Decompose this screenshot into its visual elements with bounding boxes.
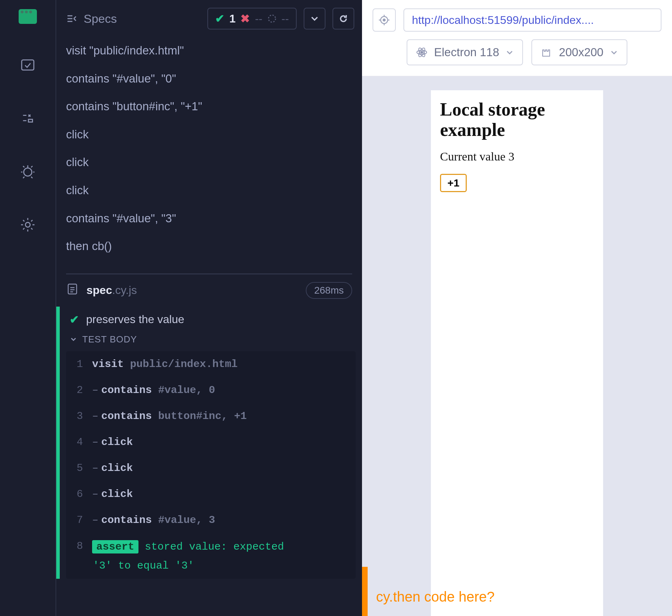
app-value-label: Current value 3 (440, 150, 594, 163)
spec-title-text: Specs (84, 12, 117, 26)
pending-count: -- (282, 12, 289, 25)
nav-runs-icon[interactable] (19, 109, 37, 127)
log-row-assert[interactable]: 8 assert stored value: expected '3' to e… (66, 533, 356, 579)
increment-button[interactable]: +1 (440, 174, 467, 192)
line-number: 6 (74, 488, 83, 500)
svg-rect-0 (22, 60, 34, 70)
pass-count: 1 (230, 12, 236, 25)
svg-point-7 (383, 19, 385, 21)
summary-line: click (66, 183, 352, 197)
spec-file-row[interactable]: spec.cy.js 268ms (56, 274, 362, 307)
chevron-down-icon (505, 48, 514, 57)
command-log: 1 visitpublic/index.html 2 –contains#val… (66, 351, 356, 579)
url-text: http://localhost:51599/public/index.... (412, 14, 594, 27)
browser-select[interactable]: Electron 118 (407, 39, 523, 65)
log-row[interactable]: 3 –containsbutton#inc, +1 (66, 403, 356, 429)
summary-line: contains "#value", "0" (66, 72, 352, 86)
reload-button[interactable] (332, 8, 354, 30)
aut-viewport: Local storage example Current value 3 +1 (362, 76, 672, 616)
spec-filename: spec.cy.js (86, 284, 137, 297)
spec-header: Specs ✔ 1 ✖ -- -- (56, 0, 362, 37)
app-frame: Local storage example Current value 3 +1 (431, 90, 603, 616)
test-title-row[interactable]: ✔ preserves the value (60, 307, 362, 333)
assert-message: stored value: expected (145, 541, 284, 553)
test-body-label-text: TEST BODY (82, 334, 137, 345)
url-display[interactable]: http://localhost:51599/public/index.... (403, 8, 661, 32)
pending-icon (267, 14, 277, 23)
test-stats: ✔ 1 ✖ -- -- (207, 8, 297, 30)
spec-duration: 268ms (306, 282, 352, 299)
log-row[interactable]: 7 –contains#value, 3 (66, 507, 356, 533)
viewport-label: 200x200 (559, 46, 603, 59)
cypress-logo-icon (19, 9, 37, 24)
nav-debug-icon[interactable] (19, 162, 37, 181)
chevron-down-icon (610, 48, 618, 57)
assert-pill: assert (92, 540, 138, 553)
annotation-text: cy.then code here? (376, 589, 495, 605)
nav-sidebar (0, 0, 56, 616)
summary-line: contains "button#inc", "+1" (66, 99, 352, 113)
assert-message: '3' to equal '3' (92, 560, 348, 572)
spec-title[interactable]: Specs (66, 12, 200, 26)
log-row[interactable]: 2 –contains#value, 0 (66, 377, 356, 403)
fail-icon: ✖ (240, 12, 250, 25)
summary-line: click (66, 155, 352, 169)
test-body-toggle[interactable]: TEST BODY (60, 333, 362, 351)
ruler-icon (541, 46, 553, 58)
line-number: 5 (74, 462, 83, 474)
log-row[interactable]: 4 –click (66, 429, 356, 455)
summary-line: contains "#value", "3" (66, 211, 352, 225)
line-number: 7 (74, 514, 83, 526)
line-number: 3 (74, 410, 83, 422)
line-number: 1 (74, 358, 83, 370)
line-number: 8 (74, 540, 83, 552)
fail-count: -- (255, 12, 262, 25)
nav-settings-icon[interactable] (19, 216, 37, 234)
browser-label: Electron 118 (434, 46, 499, 59)
svg-point-8 (421, 51, 423, 53)
log-row[interactable]: 6 –click (66, 481, 356, 507)
file-icon (66, 283, 79, 298)
summary-line: visit "public/index.html" (66, 44, 352, 58)
expand-button[interactable] (304, 8, 325, 30)
nav-specs-icon[interactable] (19, 55, 37, 74)
app-heading: Local storage example (440, 99, 594, 140)
summary-line: click (66, 127, 352, 142)
viewport-select[interactable]: 200x200 (531, 39, 627, 65)
check-icon: ✔ (70, 313, 79, 326)
test-block: ✔ preserves the value TEST BODY 1 visitp… (56, 307, 362, 579)
log-row[interactable]: 1 visitpublic/index.html (66, 351, 356, 377)
spec-panel: Specs ✔ 1 ✖ -- -- visit "public/index.ht… (56, 0, 362, 616)
summary-line: then cb() (66, 239, 352, 253)
svg-point-4 (269, 15, 276, 22)
test-title-text: preserves the value (86, 313, 184, 326)
svg-point-3 (25, 222, 30, 227)
log-row[interactable]: 5 –click (66, 455, 356, 481)
electron-icon (416, 46, 428, 58)
annotation-marker (362, 567, 368, 616)
selector-playground-button[interactable] (373, 8, 396, 32)
aut-header: http://localhost:51599/public/index.... … (362, 0, 672, 76)
command-summary: visit "public/index.html" contains "#val… (56, 37, 362, 274)
line-number: 4 (74, 436, 83, 448)
aut-panel: http://localhost:51599/public/index.... … (362, 0, 672, 616)
svg-point-2 (24, 168, 32, 176)
pass-icon: ✔ (215, 12, 225, 25)
svg-rect-1 (28, 119, 33, 122)
line-number: 2 (74, 384, 83, 396)
svg-rect-5 (68, 284, 77, 294)
